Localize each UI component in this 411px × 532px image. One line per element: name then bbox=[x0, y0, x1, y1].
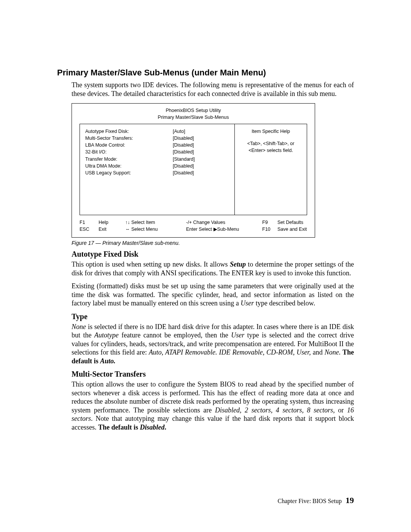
bios-value: [Disabled] bbox=[173, 163, 229, 169]
autotype-paragraph-1: This option is used when setting up new … bbox=[72, 260, 354, 277]
document-page: Primary Master/Slave Sub-Menus (under Ma… bbox=[0, 0, 411, 532]
content-area: Primary Master/Slave Sub-Menus (under Ma… bbox=[57, 68, 354, 436]
bios-body: Autotype Fixed Disk:[Auto] Multi-Sector … bbox=[72, 124, 315, 215]
text-run-italic: None bbox=[72, 323, 86, 331]
bios-title-2: Primary Master/Slave Sub-Menus bbox=[72, 114, 315, 121]
bios-label: LBA Mode Control: bbox=[85, 142, 173, 149]
bios-help-panel: Item Specific Help <Tab>, <Shift-Tab>, o… bbox=[235, 124, 307, 215]
bios-key-label: Exit bbox=[99, 226, 125, 233]
bios-row: USB Legacy Support:[Disabled] bbox=[85, 169, 229, 176]
bios-label: Autotype Fixed Disk: bbox=[85, 128, 173, 135]
bios-row: Transfer Mode:[Standard] bbox=[85, 156, 229, 163]
text-run-bold: The default is bbox=[98, 423, 140, 431]
bios-footer-row: ESC Exit ↔ Select Menu Enter Select ▶Sub… bbox=[80, 226, 307, 233]
subsection-heading-multisector: Multi-Sector Transfers bbox=[72, 370, 354, 379]
bios-label: Multi-Sector Transfers: bbox=[85, 135, 173, 142]
bios-row: Ultra DMA Mode:[Disabled] bbox=[85, 163, 229, 169]
text-run: feature cannot be employed, then the bbox=[119, 331, 231, 339]
bios-label: USB Legacy Support: bbox=[85, 169, 173, 176]
bios-footer: F1 Help ↑↓ Select Item -/+ Change Values… bbox=[72, 215, 315, 237]
bios-key-label: Help bbox=[99, 219, 125, 226]
bios-key: F9 bbox=[262, 219, 277, 226]
bios-left-panel: Autotype Fixed Disk:[Auto] Multi-Sector … bbox=[80, 124, 235, 215]
bios-value: [Disabled] bbox=[173, 149, 229, 155]
page-number: 19 bbox=[346, 495, 354, 505]
multisector-paragraph-1: This option allows the user to configure… bbox=[72, 380, 354, 431]
bios-key-label: Save and Exit bbox=[277, 226, 307, 233]
text-run: and bbox=[311, 348, 325, 356]
text-run-italic: None. bbox=[325, 348, 341, 356]
bios-label: Ultra DMA Mode: bbox=[85, 163, 173, 169]
text-run-bold-italic: Auto. bbox=[100, 357, 116, 365]
bios-label: Transfer Mode: bbox=[85, 156, 173, 163]
bios-key-label: ↔ Select Menu bbox=[125, 226, 186, 233]
bios-row: LBA Mode Control:[Disabled] bbox=[85, 142, 229, 149]
bios-row: Autotype Fixed Disk:[Auto] bbox=[85, 128, 229, 135]
bios-help-line: <Enter> selects field. bbox=[239, 147, 302, 154]
text-run-bold-italic: Disabled bbox=[140, 423, 164, 431]
text-run: This option is used when setting up new … bbox=[72, 260, 230, 268]
bios-value: [Auto] bbox=[173, 128, 229, 135]
bios-key: F1 bbox=[80, 219, 99, 226]
text-run-italic: User bbox=[231, 331, 244, 339]
text-run-italic: Autotype bbox=[94, 331, 119, 339]
bios-value: [Standard] bbox=[173, 156, 229, 163]
figure-caption: Figure 17 — Primary Master/Slave sub-men… bbox=[72, 240, 354, 246]
autotype-paragraph-2: Existing (formatted) disks must be set u… bbox=[72, 282, 354, 308]
intro-paragraph: The system supports two IDE devices. The… bbox=[72, 81, 354, 98]
section-heading: Primary Master/Slave Sub-Menus (under Ma… bbox=[57, 68, 354, 78]
bios-key-label: -/+ Change Values bbox=[186, 219, 262, 226]
bios-label: 32-Bit I/O: bbox=[85, 149, 173, 155]
bios-help-title: Item Specific Help bbox=[239, 128, 302, 135]
text-run-italic: Auto, ATAPI Removable. IDE Removable, CD… bbox=[149, 348, 311, 356]
bios-header: PhoenixBIOS Setup Utility Primary Master… bbox=[72, 104, 315, 124]
bios-key-label: ↑↓ Select Item bbox=[125, 219, 186, 226]
bios-key: F10 bbox=[262, 226, 277, 233]
text-run: type described below. bbox=[254, 299, 315, 307]
bios-help-line: <Tab>, <Shift-Tab>, or bbox=[239, 140, 302, 147]
text-run-italic: Disabled, 2 sectors, 4 sectors, 8 sector… bbox=[215, 406, 335, 414]
chapter-label: Chapter Five: BIOS Setup bbox=[278, 498, 342, 504]
bios-key-label: Set Defaults bbox=[277, 219, 307, 226]
bios-value: [Disabled] bbox=[173, 169, 229, 176]
text-run-bold-italic: Setup bbox=[230, 260, 246, 268]
page-footer: Chapter Five: BIOS Setup 19 bbox=[278, 495, 354, 505]
text-run-bold: . bbox=[164, 423, 166, 431]
text-run: or bbox=[335, 406, 347, 414]
subsection-heading-autotype: Autotype Fixed Disk bbox=[72, 250, 354, 259]
bios-key-label: Enter Select ▶Sub-Menu bbox=[186, 226, 262, 233]
bios-row: 32-Bit I/O:[Disabled] bbox=[85, 149, 229, 155]
bios-title-1: PhoenixBIOS Setup Utility bbox=[72, 107, 315, 114]
bios-value: [Disabled] bbox=[173, 135, 229, 142]
subsection-heading-type: Type bbox=[72, 312, 354, 321]
bios-row: Multi-Sector Transfers:[Disabled] bbox=[85, 135, 229, 142]
bios-key: ESC bbox=[80, 226, 99, 233]
type-paragraph-1: None is selected if there is no IDE hard… bbox=[72, 323, 354, 366]
bios-value: [Disabled] bbox=[173, 142, 229, 149]
text-run-italic: User bbox=[241, 299, 254, 307]
bios-footer-row: F1 Help ↑↓ Select Item -/+ Change Values… bbox=[80, 219, 307, 226]
bios-setup-box: PhoenixBIOS Setup Utility Primary Master… bbox=[72, 103, 315, 238]
